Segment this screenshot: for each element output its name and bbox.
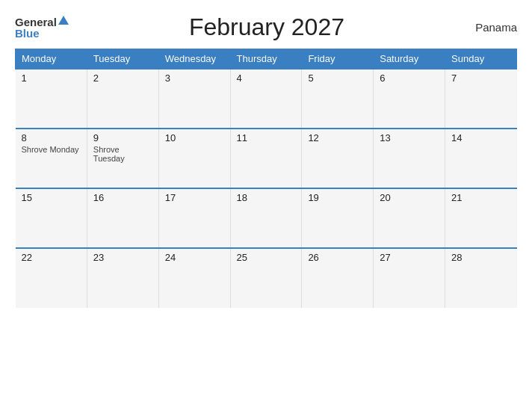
day-number: 5 bbox=[308, 72, 367, 84]
day-number: 23 bbox=[93, 252, 152, 263]
calendar-week-3: 15161718192021 bbox=[16, 188, 517, 248]
day-number: 6 bbox=[380, 72, 439, 84]
calendar-day-21: 21 bbox=[445, 188, 517, 248]
calendar-day-27: 27 bbox=[374, 248, 445, 308]
calendar-day-15: 15 bbox=[16, 188, 87, 248]
calendar-header-row: MondayTuesdayWednesdayThursdayFridaySatu… bbox=[16, 49, 517, 69]
day-number: 24 bbox=[165, 252, 224, 263]
calendar-day-18: 18 bbox=[230, 188, 302, 248]
day-number: 9 bbox=[93, 132, 152, 143]
page: General Blue February 2027 Panama Monday… bbox=[0, 0, 532, 411]
header: General Blue February 2027 Panama bbox=[15, 13, 517, 41]
day-number: 21 bbox=[451, 192, 510, 203]
calendar-day-6: 6 bbox=[374, 69, 445, 129]
calendar-day-12: 12 bbox=[302, 129, 374, 188]
day-number: 13 bbox=[380, 132, 439, 143]
calendar-day-19: 19 bbox=[302, 188, 374, 248]
calendar-week-1: 1234567 bbox=[16, 69, 517, 129]
day-number: 3 bbox=[165, 72, 224, 84]
calendar-day-14: 14 bbox=[445, 129, 517, 188]
calendar-day-20: 20 bbox=[374, 188, 445, 248]
country-label: Panama bbox=[465, 21, 517, 34]
day-number: 25 bbox=[237, 252, 296, 263]
calendar-title: February 2027 bbox=[69, 13, 465, 41]
day-number: 12 bbox=[308, 132, 367, 143]
day-number: 11 bbox=[237, 132, 296, 143]
day-number: 1 bbox=[22, 72, 81, 84]
calendar-day-16: 16 bbox=[87, 188, 158, 248]
calendar-day-7: 7 bbox=[445, 69, 517, 129]
day-number: 28 bbox=[451, 252, 510, 263]
day-number: 22 bbox=[22, 252, 81, 263]
calendar-day-2: 2 bbox=[87, 69, 158, 129]
calendar-week-2: 8Shrove Monday9Shrove Tuesday1011121314 bbox=[16, 129, 517, 188]
day-header-saturday: Saturday bbox=[374, 49, 445, 69]
logo-triangle-icon bbox=[58, 16, 69, 25]
logo-blue-text: Blue bbox=[15, 28, 40, 39]
day-header-tuesday: Tuesday bbox=[87, 49, 158, 69]
calendar-day-11: 11 bbox=[230, 129, 302, 188]
calendar-day-4: 4 bbox=[230, 69, 302, 129]
calendar-day-13: 13 bbox=[374, 129, 445, 188]
calendar-week-4: 22232425262728 bbox=[16, 248, 517, 308]
calendar-day-17: 17 bbox=[158, 188, 230, 248]
calendar-day-10: 10 bbox=[158, 129, 230, 188]
calendar-day-3: 3 bbox=[158, 69, 230, 129]
day-number: 18 bbox=[237, 192, 296, 203]
day-number: 17 bbox=[165, 192, 224, 203]
calendar-day-8: 8Shrove Monday bbox=[16, 129, 87, 188]
day-number: 20 bbox=[380, 192, 439, 203]
calendar-day-5: 5 bbox=[302, 69, 374, 129]
day-number: 27 bbox=[380, 252, 439, 263]
day-number: 4 bbox=[237, 72, 296, 84]
calendar-day-9: 9Shrove Tuesday bbox=[87, 129, 158, 188]
day-number: 14 bbox=[451, 132, 510, 143]
day-header-friday: Friday bbox=[302, 49, 374, 69]
calendar-day-26: 26 bbox=[302, 248, 374, 308]
day-header-wednesday: Wednesday bbox=[158, 49, 230, 69]
calendar-day-28: 28 bbox=[445, 248, 517, 308]
day-event: Shrove Tuesday bbox=[93, 145, 152, 163]
day-number: 26 bbox=[308, 252, 367, 263]
day-number: 8 bbox=[22, 132, 81, 143]
day-number: 7 bbox=[451, 72, 510, 84]
calendar-day-22: 22 bbox=[16, 248, 87, 308]
day-number: 2 bbox=[93, 72, 152, 84]
calendar-day-24: 24 bbox=[158, 248, 230, 308]
calendar-day-23: 23 bbox=[87, 248, 158, 308]
day-number: 19 bbox=[308, 192, 367, 203]
logo: General Blue bbox=[15, 16, 69, 39]
logo-general-text: General bbox=[15, 16, 57, 28]
calendar-day-1: 1 bbox=[16, 69, 87, 129]
day-number: 15 bbox=[22, 192, 81, 203]
day-number: 16 bbox=[93, 192, 152, 203]
day-header-sunday: Sunday bbox=[445, 49, 517, 69]
day-header-monday: Monday bbox=[16, 49, 87, 69]
day-event: Shrove Monday bbox=[22, 145, 81, 154]
calendar-table: MondayTuesdayWednesdayThursdayFridaySatu… bbox=[15, 49, 517, 308]
day-header-thursday: Thursday bbox=[230, 49, 302, 69]
day-number: 10 bbox=[165, 132, 224, 143]
calendar-day-25: 25 bbox=[230, 248, 302, 308]
